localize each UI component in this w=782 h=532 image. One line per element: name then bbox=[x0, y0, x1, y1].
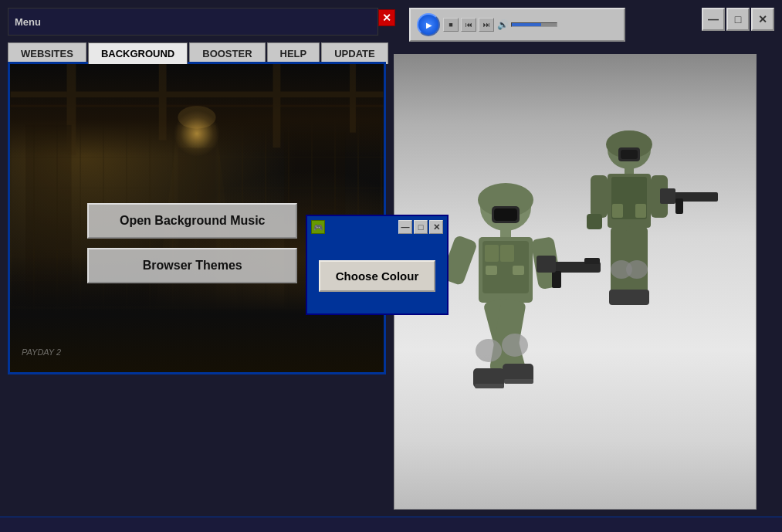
minimize-button[interactable]: — bbox=[702, 8, 725, 31]
tab-bar: WEBSITES BACKGROUND BOOSTER HELP UPDATE bbox=[8, 42, 388, 64]
window-controls: — □ ✕ bbox=[702, 8, 774, 31]
app-title: Menu bbox=[15, 16, 41, 28]
media-player: ■ ⏮ ⏭ 🔊 bbox=[409, 8, 625, 42]
svg-rect-32 bbox=[612, 204, 623, 218]
title-bar: Menu bbox=[8, 8, 378, 36]
svg-rect-44 bbox=[513, 266, 524, 275]
svg-point-54 bbox=[502, 334, 528, 357]
tab-websites[interactable]: WEBSITES bbox=[8, 42, 86, 64]
close-icon: ✕ bbox=[382, 12, 391, 24]
volume-slider[interactable] bbox=[511, 22, 557, 27]
svg-rect-48 bbox=[552, 271, 561, 288]
svg-point-29 bbox=[626, 260, 648, 279]
choose-colour-button[interactable]: Choose Colour bbox=[319, 260, 436, 292]
svg-rect-21 bbox=[587, 214, 602, 229]
svg-rect-16 bbox=[621, 150, 638, 159]
media-prev-button[interactable]: ⏮ bbox=[461, 18, 476, 32]
tab-help[interactable]: HELP bbox=[267, 42, 320, 64]
svg-rect-25 bbox=[660, 188, 675, 204]
svg-point-53 bbox=[476, 339, 502, 362]
svg-rect-37 bbox=[494, 208, 517, 221]
popup-close-icon: ✕ bbox=[433, 222, 440, 232]
popup-body: Choose Colour bbox=[307, 238, 447, 313]
svg-rect-58 bbox=[504, 379, 533, 384]
svg-rect-33 bbox=[635, 204, 646, 218]
svg-rect-57 bbox=[475, 384, 504, 388]
popup-titlebar: 🎮 — □ ✕ bbox=[307, 216, 447, 238]
popup-close-button[interactable]: ✕ bbox=[429, 220, 443, 234]
tab-booster[interactable]: BOOSTER bbox=[189, 42, 265, 64]
browser-themes-button[interactable]: Browser Themes bbox=[87, 248, 297, 283]
bg-watermark: PAYDAY 2 bbox=[22, 347, 61, 357]
soldiers-illustration bbox=[428, 76, 722, 486]
main-close-button[interactable]: ✕ bbox=[378, 9, 395, 26]
choose-colour-window: 🎮 — □ ✕ Choose Colour bbox=[306, 215, 449, 315]
popup-app-icon: 🎮 bbox=[311, 220, 325, 234]
status-bar bbox=[0, 517, 782, 532]
restore-button[interactable]: □ bbox=[726, 8, 750, 31]
popup-minimize-button[interactable]: — bbox=[398, 220, 412, 234]
svg-rect-20 bbox=[591, 175, 608, 218]
close-button[interactable]: ✕ bbox=[751, 8, 774, 31]
popup-restore-button[interactable]: □ bbox=[414, 220, 428, 234]
media-play-button[interactable] bbox=[417, 13, 440, 36]
media-next-button[interactable]: ⏭ bbox=[479, 18, 494, 32]
media-stop-button[interactable]: ■ bbox=[443, 18, 459, 32]
svg-rect-42 bbox=[500, 245, 514, 262]
tab-update[interactable]: UPDATE bbox=[321, 42, 388, 64]
open-bg-music-button[interactable]: Open Background Music bbox=[87, 203, 297, 239]
svg-rect-31 bbox=[625, 290, 649, 305]
svg-rect-49 bbox=[537, 256, 556, 273]
svg-rect-43 bbox=[486, 266, 497, 275]
svg-rect-24 bbox=[675, 198, 683, 214]
tab-background[interactable]: BACKGROUND bbox=[88, 42, 188, 64]
svg-rect-41 bbox=[485, 245, 499, 262]
svg-rect-50 bbox=[584, 258, 600, 264]
close-icon: ✕ bbox=[758, 13, 767, 25]
volume-icon: 🔊 bbox=[497, 19, 509, 30]
